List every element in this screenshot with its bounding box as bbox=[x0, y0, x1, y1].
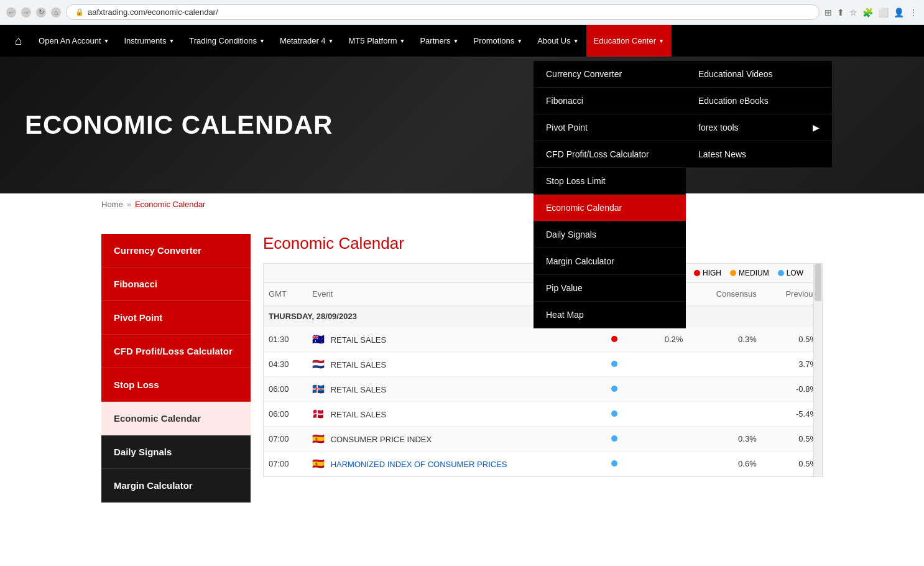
dp-heat-map[interactable]: Heat Map bbox=[534, 302, 686, 328]
nav-arrow-4: ▼ bbox=[400, 38, 405, 44]
event-label-1: RETAIL SALES bbox=[331, 360, 387, 369]
home-button[interactable]: ⌂ bbox=[51, 7, 61, 17]
dp-daily-signals[interactable]: Daily Signals bbox=[534, 221, 686, 248]
menu-icon[interactable]: ⋮ bbox=[909, 7, 918, 17]
cell-gmt-4: 07:00 bbox=[264, 427, 307, 452]
nav-instruments[interactable]: Instruments ▼ bbox=[116, 25, 182, 57]
legend-low: LOW bbox=[778, 269, 803, 277]
dp-cfd-calculator[interactable]: CFD Profit/Loss Calculator bbox=[534, 141, 686, 168]
forex-panel: Currency Converter Fibonacci Pivot Point… bbox=[534, 61, 686, 328]
cell-event-5: 🇪🇸 HARMONIZED INDEX OF CONSUMER PRICES bbox=[307, 452, 606, 476]
scroll-thumb[interactable] bbox=[815, 264, 821, 301]
cell-actual-5 bbox=[640, 452, 688, 476]
sidebar-economic-calendar[interactable]: Economic Calendar bbox=[101, 402, 251, 435]
cell-vol-5 bbox=[606, 452, 640, 476]
sidebar-fibonacci[interactable]: Fibonacci bbox=[101, 267, 251, 301]
breadcrumb-home[interactable]: Home bbox=[101, 200, 123, 209]
legend-medium: MEDIUM bbox=[730, 269, 769, 277]
nav-arrow-2: ▼ bbox=[259, 38, 265, 44]
nav-arrow-0: ▼ bbox=[104, 38, 109, 44]
dp-pip-value[interactable]: Pip Value bbox=[534, 275, 686, 302]
event-link-5[interactable]: HARMONIZED INDEX OF CONSUMER PRICES bbox=[331, 460, 507, 469]
sidebar-currency-converter[interactable]: Currency Converter bbox=[101, 234, 251, 267]
cell-consensus-3 bbox=[688, 402, 761, 427]
share-icon[interactable]: ⬆ bbox=[837, 7, 844, 17]
dot-medium bbox=[730, 270, 736, 276]
forward-button[interactable]: → bbox=[21, 7, 31, 17]
cell-event-2: 🇮🇸 RETAIL SALES bbox=[307, 377, 606, 402]
sidebar-margin-calculator[interactable]: Margin Calculator bbox=[101, 469, 251, 503]
dp-currency-converter[interactable]: Currency Converter bbox=[534, 61, 686, 88]
cell-event-4: 🇪🇸 CONSUMER PRICE INDEX bbox=[307, 427, 606, 452]
cell-actual-0: 0.2% bbox=[640, 327, 688, 352]
cell-consensus-2 bbox=[688, 377, 761, 402]
dot-low bbox=[778, 270, 784, 276]
lock-icon: 🔒 bbox=[75, 8, 84, 16]
sidebar-cfd-calculator[interactable]: CFD Profit/Loss Calculator bbox=[101, 335, 251, 368]
navbar: ⌂ Open An Account ▼ Instruments ▼ Tradin… bbox=[0, 25, 924, 57]
window-icon[interactable]: ⬜ bbox=[878, 7, 889, 17]
edu-panel: Educational Videos Education eBooks fore… bbox=[686, 61, 832, 168]
dp-latest-news[interactable]: Latest News bbox=[686, 141, 832, 168]
legend-high-label: HIGH bbox=[703, 269, 721, 277]
nav-arrow-7: ▼ bbox=[573, 38, 579, 44]
dp-pivot-point[interactable]: Pivot Point bbox=[534, 114, 686, 141]
extension-icon[interactable]: ⊞ bbox=[825, 7, 832, 17]
dp-stop-loss-limit[interactable]: Stop Loss Limit bbox=[534, 168, 686, 195]
hero-title: ECONOMIC CALENDAR bbox=[25, 110, 333, 140]
cell-consensus-1 bbox=[688, 352, 761, 377]
dp-fibonacci[interactable]: Fibonacci bbox=[534, 88, 686, 114]
puzzle-icon[interactable]: 🧩 bbox=[862, 7, 873, 17]
cell-vol-4 bbox=[606, 427, 640, 452]
cell-event-3: 🇩🇰 RETAIL SALES bbox=[307, 402, 606, 427]
nav-about-us[interactable]: About Us ▼ bbox=[530, 25, 586, 57]
nav-trading-conditions[interactable]: Trading Conditions ▼ bbox=[182, 25, 272, 57]
cell-event-1: 🇳🇱 RETAIL SALES bbox=[307, 352, 606, 377]
event-label-2: RETAIL SALES bbox=[331, 385, 387, 394]
refresh-button[interactable]: ↻ bbox=[36, 7, 46, 17]
nav-metatrader4[interactable]: Metatrader 4 ▼ bbox=[272, 25, 341, 57]
cell-vol-0 bbox=[606, 327, 640, 352]
legend-high: HIGH bbox=[694, 269, 721, 277]
sidebar-daily-signals[interactable]: Daily Signals bbox=[101, 435, 251, 469]
nav-education-center[interactable]: Education Center ▼ bbox=[586, 25, 672, 57]
flag-5: 🇪🇸 bbox=[312, 458, 325, 469]
dp-educational-videos[interactable]: Educational Videos bbox=[686, 61, 832, 88]
nav-partners[interactable]: Partners ▼ bbox=[412, 25, 466, 57]
legend-medium-label: MEDIUM bbox=[739, 269, 769, 277]
profile-icon[interactable]: 👤 bbox=[894, 7, 904, 17]
address-bar[interactable]: 🔒 aafxtrading.com/economic-calendar/ bbox=[66, 4, 820, 20]
cell-consensus-5: 0.6% bbox=[688, 452, 761, 476]
browser-actions: ⊞ ⬆ ☆ 🧩 ⬜ 👤 ⋮ bbox=[825, 7, 918, 17]
event-label-0: RETAIL SALES bbox=[331, 335, 387, 345]
col-gmt: GMT bbox=[264, 283, 307, 305]
dp-margin-calculator[interactable]: Margin Calculator bbox=[534, 248, 686, 275]
breadcrumb: Home » Economic Calendar bbox=[101, 200, 823, 209]
cell-gmt-0: 01:30 bbox=[264, 327, 307, 352]
cell-consensus-4: 0.3% bbox=[688, 427, 761, 452]
cell-actual-1 bbox=[640, 352, 688, 377]
nav-open-account[interactable]: Open An Account ▼ bbox=[31, 25, 116, 57]
sidebar-pivot-point[interactable]: Pivot Point bbox=[101, 301, 251, 335]
table-row: 07:00 🇪🇸 HARMONIZED INDEX OF CONSUMER PR… bbox=[264, 452, 822, 476]
scrollbar[interactable] bbox=[813, 264, 822, 476]
cell-event-0: 🇦🇺 RETAIL SALES bbox=[307, 327, 606, 352]
flag-0: 🇦🇺 bbox=[312, 334, 325, 345]
cell-gmt-5: 07:00 bbox=[264, 452, 307, 476]
bookmark-icon[interactable]: ☆ bbox=[849, 7, 857, 17]
navbar-logo[interactable]: ⌂ bbox=[6, 26, 31, 55]
sidebar-stop-loss[interactable]: Stop Loss bbox=[101, 368, 251, 402]
dp-economic-calendar[interactable]: Economic Calendar bbox=[534, 195, 686, 221]
table-row: 01:30 🇦🇺 RETAIL SALES 0.2% 0.3% 0.5% bbox=[264, 327, 822, 352]
nav-arrow-3: ▼ bbox=[328, 38, 334, 44]
flag-3: 🇩🇰 bbox=[312, 409, 325, 419]
back-button[interactable]: ← bbox=[6, 7, 16, 17]
dp-education-ebooks[interactable]: Education eBooks bbox=[686, 88, 832, 114]
event-label-3: RETAIL SALES bbox=[331, 410, 387, 419]
nav-arrow-6: ▼ bbox=[517, 38, 522, 44]
table-row: 06:00 🇮🇸 RETAIL SALES -0.8% bbox=[264, 377, 822, 402]
chevron-right-icon: ▶ bbox=[813, 123, 820, 132]
dp-forex-tools[interactable]: forex tools ▶ bbox=[686, 114, 832, 141]
nav-promotions[interactable]: Promotions ▼ bbox=[466, 25, 530, 57]
nav-mt5[interactable]: MT5 Platform ▼ bbox=[341, 25, 413, 57]
